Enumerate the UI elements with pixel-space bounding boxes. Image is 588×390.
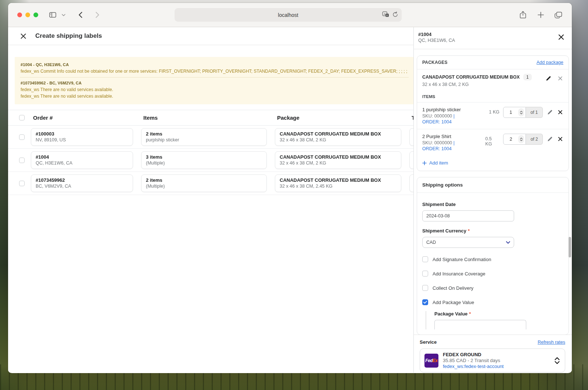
address-bar[interactable]: localhost Ax <box>175 8 402 22</box>
add-package-value-checkbox[interactable]: Add Package Value <box>422 299 563 305</box>
items-cell-card[interactable]: 2 items purplship sticker <box>141 128 267 146</box>
edit-package-icon[interactable] <box>545 75 552 82</box>
shipment-date-input[interactable]: 2024-03-08 <box>422 210 514 221</box>
warning-group-header: #1073459962 - BC, V6M2V9, CA <box>21 80 408 86</box>
panel-scrollbar-thumb[interactable] <box>569 237 571 257</box>
warning-group-header: #1004 - QC, H3E1W6, CA <box>21 61 408 68</box>
forward-button[interactable] <box>93 10 102 20</box>
reload-icon[interactable] <box>392 11 398 19</box>
warning-group: #1073459962 - BC, V6M2V9, CA fedex_ws Th… <box>20 77 409 102</box>
package-value-input[interactable] <box>434 320 526 329</box>
order-location: BC, V6M2V9, CA <box>36 184 128 189</box>
quantity-stepper[interactable]: 2 of 2 <box>503 134 543 145</box>
panel-order-location: QC, H3E1W6, CA <box>418 38 572 43</box>
stepper-arrows-icon[interactable] <box>518 108 524 116</box>
close-window-button[interactable] <box>17 12 22 17</box>
items-summary: (Multiple) <box>146 160 262 166</box>
package-box-dimensions: 32 x 46 x 38 CM, 2 KG <box>422 82 545 87</box>
service-title: Service <box>420 339 437 345</box>
collect-on-delivery-checkbox[interactable]: Collect On Delivery <box>422 285 563 291</box>
order-location: QC, H3E1W6, CA <box>36 160 128 166</box>
package-dimensions: 32 x 46 x 38 CM, 2 KG <box>280 137 397 142</box>
remove-item-icon[interactable] <box>557 136 563 142</box>
item-name: 1 purplship sticker <box>422 107 485 112</box>
required-asterisk: * <box>469 311 471 317</box>
select-all-checkbox[interactable] <box>19 115 25 120</box>
refresh-rates-link[interactable]: Refresh rates <box>538 340 565 345</box>
new-tab-icon[interactable] <box>536 10 545 20</box>
item-order-link[interactable]: ORDER: 1004 <box>422 146 485 151</box>
quantity-value[interactable]: 1 <box>503 110 518 115</box>
sidebar-toggle-icon[interactable] <box>48 10 57 20</box>
order-cell-card[interactable]: #1004 QC, H3E1W6, CA <box>31 151 133 169</box>
order-location: NV, 89109, US <box>36 137 128 142</box>
column-header-items: Items <box>139 115 273 121</box>
insurance-coverage-checkbox[interactable]: Add Insurance Coverage <box>422 271 563 277</box>
package-name: CANADAPOST CORRUGATED MEDIUM BOX <box>280 154 397 160</box>
order-number: #1073459962 <box>36 177 128 183</box>
checkbox-checked-icon[interactable] <box>422 299 428 305</box>
checkbox-icon[interactable] <box>422 256 428 262</box>
quantity-value[interactable]: 2 <box>503 137 518 142</box>
edit-item-icon[interactable] <box>546 136 553 142</box>
shipping-options-title: Shipping options <box>417 177 569 193</box>
item-order-link[interactable]: ORDER: 1004 <box>422 119 485 124</box>
to-cell-card[interactable] <box>409 128 414 146</box>
panel-close-icon[interactable] <box>557 33 565 41</box>
items-summary: (Multiple) <box>146 184 262 189</box>
items-count: 3 items <box>146 154 262 160</box>
item-row: 1 purplship sticker SKU: 0000000 | ORDER… <box>417 102 569 129</box>
order-cell-card[interactable]: #1073459962 BC, V6M2V9, CA <box>31 174 133 192</box>
zoom-window-button[interactable] <box>33 12 38 17</box>
nav-controls <box>48 10 102 20</box>
item-row: 2 Purple Shirt SKU: 0000000 | ORDER: 100… <box>417 129 569 156</box>
service-rate-card[interactable]: FedEx FEDEX GROUND 35.85 CAD - 2 Transit… <box>420 349 565 372</box>
quantity-stepper[interactable]: 1 of 1 <box>503 107 543 118</box>
tab-overview-icon[interactable] <box>553 10 563 20</box>
items-cell-card[interactable]: 3 items (Multiple) <box>141 151 267 169</box>
shipment-currency-label: Shipment Currency* <box>422 228 563 234</box>
package-cell-card[interactable]: CANADAPOST CORRUGATED MEDIUM BOX 32 x 46… <box>275 128 401 146</box>
package-dimensions: 32 x 46 x 38 CM, 2 KG <box>280 160 397 166</box>
package-cell-card[interactable]: CANADAPOST CORRUGATED MEDIUM BOX 32 x 46… <box>275 151 401 169</box>
signature-confirmation-checkbox[interactable]: Add Signature Confirmation <box>422 256 563 262</box>
table-row: #100003 NV, 89109, US 2 items purplship … <box>8 126 413 149</box>
minimize-window-button[interactable] <box>25 12 30 17</box>
items-cell-card[interactable]: 2 items (Multiple) <box>141 174 267 192</box>
order-cell-card[interactable]: #100003 NV, 89109, US <box>31 128 133 146</box>
package-value-label: Package Value* <box>434 311 563 317</box>
package-dimensions: 32 x 46 x 38 CM, 2.45 KG <box>280 184 397 189</box>
shipping-options-card: Shipping options Shipment Date 2024-03-0… <box>417 177 569 335</box>
to-cell-card[interactable] <box>409 151 414 169</box>
row-checkbox[interactable] <box>19 134 25 140</box>
item-sku: SKU: 0000000 <box>422 140 452 145</box>
checkbox-icon[interactable] <box>422 285 428 291</box>
row-checkbox[interactable] <box>19 158 25 163</box>
chevron-down-icon <box>506 241 510 244</box>
share-icon[interactable] <box>518 10 528 20</box>
edit-item-icon[interactable] <box>546 109 553 115</box>
service-selector-chevrons[interactable] <box>555 357 560 364</box>
quantity-max: of 2 <box>526 134 543 145</box>
row-checkbox[interactable] <box>19 181 25 186</box>
service-name: FEDEX GROUND <box>443 352 550 357</box>
item-sku-separator: | <box>453 113 455 119</box>
modal-close-icon[interactable] <box>19 32 27 40</box>
chevron-up-icon <box>555 357 560 360</box>
checkbox-label: Collect On Delivery <box>433 285 473 291</box>
remove-item-icon[interactable] <box>557 109 563 115</box>
currency-select[interactable]: CAD <box>422 237 514 248</box>
translate-icon[interactable]: Ax <box>382 11 390 19</box>
checkbox-icon[interactable] <box>422 271 428 277</box>
item-weight: 0.5 KG <box>485 136 500 147</box>
to-cell-card[interactable] <box>409 174 414 192</box>
back-button[interactable] <box>76 10 85 20</box>
add-item-button[interactable]: Add item <box>417 156 453 171</box>
remove-package-icon[interactable] <box>557 75 563 82</box>
service-account-link[interactable]: fedex_ws:fedex-test-account <box>443 364 550 369</box>
service-rate: 35.85 CAD - 2 Transit days <box>443 358 550 363</box>
package-cell-card[interactable]: CANADAPOST CORRUGATED MEDIUM BOX 32 x 46… <box>275 174 401 192</box>
sidebar-chevron-icon[interactable] <box>61 10 66 20</box>
stepper-arrows-icon[interactable] <box>518 135 524 143</box>
add-package-link[interactable]: Add package <box>537 60 563 65</box>
